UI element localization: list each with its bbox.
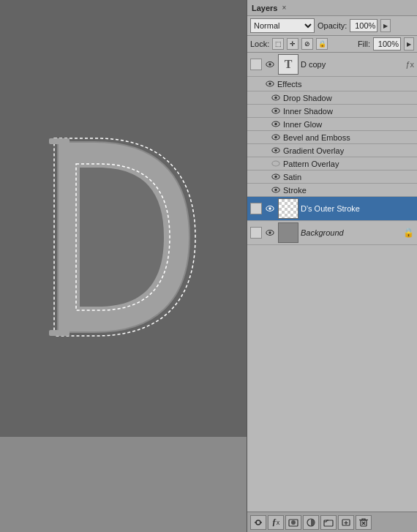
- effect-inner-shadow-name: Inner Shadow: [283, 107, 333, 116]
- effect-gradient-overlay-eye[interactable]: [271, 146, 281, 156]
- svg-point-18: [274, 189, 277, 191]
- serif-bottom-left: [49, 330, 70, 336]
- effect-bevel-emboss[interactable]: Bevel and Emboss: [247, 131, 417, 144]
- layer-d-copy-eye[interactable]: [264, 59, 276, 70]
- delete-layer-button[interactable]: [356, 515, 372, 530]
- layer-background-eye[interactable]: [264, 227, 276, 239]
- effect-inner-glow[interactable]: Inner Glow: [247, 118, 417, 131]
- lock-pixels-button[interactable]: ⬚: [272, 38, 284, 50]
- layer-d-copy-name: D copy: [301, 60, 402, 69]
- effect-pattern-overlay[interactable]: Pattern Overlay: [247, 157, 417, 171]
- layer-d-copy-fx: ƒx: [405, 60, 414, 69]
- fill-input[interactable]: [373, 37, 401, 50]
- layer-background-name: Background: [301, 228, 401, 237]
- svg-point-3: [268, 83, 271, 85]
- layer-background-visibility-area: [250, 227, 262, 239]
- panel-title: Layers: [252, 4, 277, 12]
- canvas-bottom-bar: [0, 437, 247, 532]
- panel-close-button[interactable]: ×: [282, 4, 286, 12]
- new-group-button[interactable]: [320, 515, 337, 530]
- effect-pattern-overlay-eye[interactable]: [271, 159, 281, 169]
- layers-list: T D copy ƒx Effects Drop Shadow: [247, 53, 417, 512]
- effect-inner-shadow-eye[interactable]: [271, 106, 281, 116]
- effect-drop-shadow-name: Drop Shadow: [283, 94, 332, 102]
- layer-outer-stroke-name: D's Outer Stroke: [301, 204, 414, 213]
- effects-header[interactable]: Effects: [247, 77, 417, 91]
- blend-opacity-row: Normal Opacity: ▶: [247, 16, 417, 36]
- panel-titlebar: Layers ×: [247, 0, 417, 16]
- effect-stroke-eye[interactable]: [271, 185, 281, 195]
- effect-inner-glow-name: Inner Glow: [283, 120, 322, 129]
- layers-panel: Layers × Normal Opacity: ▶ Lock: ⬚ ✛ ⊘ 🔒…: [247, 0, 417, 532]
- blend-mode-select[interactable]: Normal: [250, 18, 315, 33]
- add-layer-style-button[interactable]: ƒx: [268, 515, 284, 530]
- layer-background-thumb: [278, 222, 298, 243]
- layers-empty-area: [247, 245, 417, 391]
- layer-background-lock-icon: 🔒: [403, 228, 414, 238]
- svg-point-1: [268, 63, 271, 65]
- effect-gradient-overlay-name: Gradient Overlay: [283, 146, 344, 155]
- effect-gradient-overlay[interactable]: Gradient Overlay: [247, 144, 417, 157]
- new-layer-button[interactable]: [338, 515, 354, 530]
- layer-background[interactable]: Background 🔒: [247, 221, 417, 245]
- fill-arrow-button[interactable]: ▶: [404, 37, 414, 50]
- effect-drop-shadow[interactable]: Drop Shadow: [247, 91, 417, 105]
- lock-all-button[interactable]: 🔒: [316, 38, 328, 50]
- canvas-area: [0, 0, 247, 532]
- effect-bevel-emboss-eye[interactable]: [271, 132, 281, 143]
- lock-image-button[interactable]: ⊘: [301, 38, 313, 50]
- panel-toolbar: ƒx: [247, 512, 417, 532]
- effect-satin-name: Satin: [283, 173, 301, 181]
- effect-stroke-name: Stroke: [283, 186, 307, 195]
- serif-top-left: [49, 138, 70, 144]
- opacity-label: Opacity:: [318, 21, 347, 30]
- effect-bevel-emboss-name: Bevel and Emboss: [283, 133, 350, 142]
- lock-label: Lock:: [250, 40, 269, 48]
- svg-point-16: [274, 176, 277, 178]
- layer-d-copy-thumb: T: [278, 54, 298, 75]
- effect-pattern-overlay-name: Pattern Overlay: [283, 160, 339, 168]
- svg-rect-28: [324, 520, 333, 526]
- svg-point-11: [274, 136, 277, 138]
- svg-point-26: [291, 520, 296, 525]
- svg-point-9: [274, 123, 277, 125]
- canvas-content: [21, 83, 226, 391]
- layer-outer-stroke[interactable]: D's Outer Stroke: [247, 197, 417, 221]
- opacity-input[interactable]: [350, 19, 377, 32]
- layer-outer-stroke-thumb: [278, 198, 298, 219]
- effects-header-label: Effects: [277, 80, 301, 89]
- effect-stroke[interactable]: Stroke: [247, 184, 417, 197]
- effects-toggle-eye[interactable]: [265, 79, 275, 89]
- opacity-arrow-button[interactable]: ▶: [380, 19, 391, 32]
- layer-outer-stroke-eye[interactable]: [264, 203, 276, 214]
- effect-drop-shadow-eye[interactable]: [271, 93, 281, 103]
- svg-point-14: [272, 161, 279, 166]
- effect-satin[interactable]: Satin: [247, 171, 417, 184]
- add-mask-button[interactable]: [285, 515, 301, 530]
- effect-inner-shadow[interactable]: Inner Shadow: [247, 105, 417, 118]
- svg-point-7: [274, 110, 277, 112]
- layer-d-copy-visibility-area: [250, 59, 262, 70]
- svg-point-20: [268, 207, 271, 209]
- lock-fill-row: Lock: ⬚ ✛ ⊘ 🔒 Fill: ▶: [247, 36, 417, 53]
- layer-d-copy[interactable]: T D copy ƒx: [247, 53, 417, 77]
- fill-label: Fill:: [358, 40, 370, 48]
- lock-position-button[interactable]: ✛: [287, 38, 298, 50]
- add-adjustment-button[interactable]: [303, 515, 319, 530]
- svg-point-22: [268, 231, 271, 233]
- layer-outer-stroke-visibility-area: [250, 203, 262, 214]
- link-layers-button[interactable]: [250, 515, 266, 530]
- svg-point-5: [274, 97, 277, 99]
- letter-d-svg: [36, 127, 211, 347]
- svg-point-13: [274, 149, 277, 151]
- effect-satin-eye[interactable]: [271, 172, 281, 182]
- effect-inner-glow-eye[interactable]: [271, 119, 281, 130]
